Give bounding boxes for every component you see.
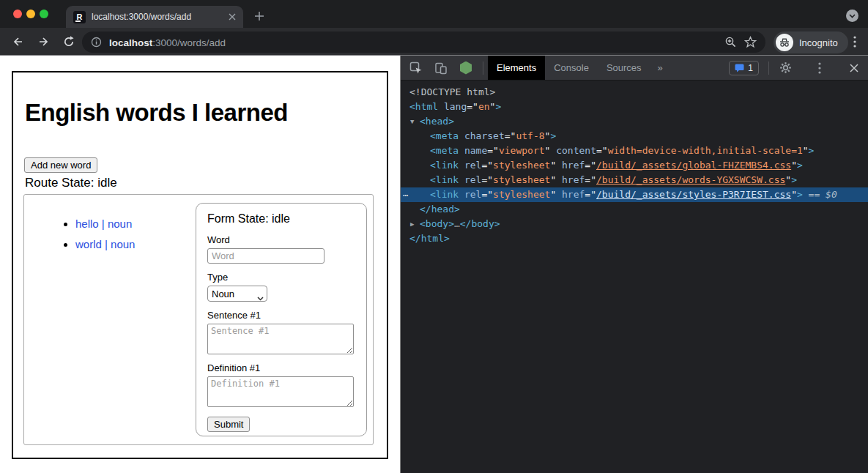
code-token: content [556,145,596,156]
maximize-window-button[interactable] [40,10,48,18]
type-select[interactable]: Noun [207,286,267,302]
url-bar[interactable]: localhost:3000/words/add [82,31,765,53]
word-link[interactable]: world | noun [75,238,135,250]
url-text: localhost:3000/words/add [109,36,226,49]
dom-tree-node[interactable]: <meta name="viewport" content="width=dev… [401,144,868,158]
definition-textarea[interactable] [207,376,354,407]
code-token: == $0 [809,189,837,200]
code-token: <meta [430,145,459,156]
devtools-toolbar: Elements Console Sources » 1 [401,56,868,81]
stylesheet-link[interactable]: /build/_assets/styles-P3R7IEST.css [596,189,791,200]
code-token: > [797,160,803,171]
code-token: " [791,189,797,200]
inspect-element-icon[interactable] [409,62,423,75]
app-container: English words I learned Add new word Rou… [12,71,388,459]
incognito-badge: Incognito [774,31,848,53]
page-content: English words I learned Add new word Rou… [0,56,400,473]
dom-tree-node[interactable]: <link rel="stylesheet" href="/build/_ass… [401,158,868,173]
code-token: =" [481,189,493,200]
word-input[interactable] [207,248,324,264]
code-token [803,189,809,200]
reload-icon[interactable] [62,34,76,49]
tab-close-icon[interactable] [229,13,236,21]
code-token: =" [585,174,596,185]
incognito-icon [776,34,793,51]
tab-console[interactable]: Console [545,56,598,80]
more-tabs-icon[interactable]: » [650,62,670,73]
dom-tree-node[interactable]: <html lang="en"> [401,100,868,114]
code-token [459,160,464,171]
code-token [438,101,444,112]
code-token: =" [481,160,493,171]
code-token [459,174,464,185]
dom-tree-node[interactable]: <!DOCTYPE html> [401,85,868,100]
code-token: lang [444,101,467,112]
code-token: =" [467,101,478,112]
code-token: name [464,145,487,156]
devtools-close-icon[interactable] [847,62,861,75]
code-token [556,174,562,185]
words-panel: hello | noun world | noun Form State: id… [23,194,374,445]
sentence-textarea[interactable] [207,324,354,354]
new-tab-button[interactable] [252,9,267,23]
code-token: ▼ [410,114,420,129]
form-state-text: Form State: idle [207,212,355,226]
site-info-icon[interactable] [91,37,102,48]
code-token: <link [430,189,459,200]
code-token: > [797,189,803,200]
code-token: > [791,174,797,185]
dom-tree-node[interactable]: <meta charset="utf-8"> [401,129,868,144]
tab-elements[interactable]: Elements [488,56,545,80]
zoom-icon[interactable] [724,36,737,48]
stylesheet-link[interactable]: /build/_assets/words-YGXSWCSW.css [596,174,785,185]
code-token: <html [409,101,438,112]
tab-search-chevron-icon[interactable] [846,10,858,22]
issues-bubble-icon [735,64,744,72]
add-new-word-button[interactable]: Add new word [24,157,97,173]
node-extension-icon[interactable] [459,62,472,75]
forward-icon[interactable] [37,34,51,49]
word-list: hello | noun world | noun [62,217,135,258]
code-token: </html> [409,233,450,244]
browser-tab[interactable]: R localhost:3000/words/add [66,6,243,28]
close-window-button[interactable] [13,10,22,18]
code-token: " [785,174,791,185]
bookmark-star-icon[interactable] [744,36,757,48]
code-token: stylesheet [493,174,550,185]
settings-gear-icon[interactable] [779,62,792,75]
selected-node-menu-icon[interactable]: … [403,186,409,201]
code-token: rel [464,189,481,200]
code-token: stylesheet [493,189,550,200]
devtools-panel: Elements Console Sources » 1 [400,56,868,473]
tab-sources[interactable]: Sources [598,56,650,80]
definition-label: Definition #1 [207,362,355,373]
word-label: Word [207,234,355,245]
stylesheet-link[interactable]: /build/_assets/global-FHZEMBS4.css [596,160,791,171]
tab-title: localhost:3000/words/add [92,12,229,22]
code-token: <!DOCTYPE html> [409,86,495,97]
devtools-menu-icon[interactable] [813,62,826,75]
code-token: " [803,145,809,156]
device-toolbar-icon[interactable] [434,62,448,75]
dom-tree-node[interactable]: <link rel="stylesheet" href="/build/_ass… [401,173,868,187]
browser-menu-icon[interactable] [847,34,862,49]
dom-tree: <!DOCTYPE html><html lang="en">▼<head><m… [401,81,868,246]
dom-tree-node[interactable]: ▶<body>…</body> [401,217,868,231]
word-link[interactable]: hello | noun [75,217,132,230]
code-token: width=device-width,initial-scale=1 [608,145,803,156]
page-title: English words I learned [25,99,288,127]
submit-button[interactable]: Submit [207,417,250,432]
issues-counter[interactable]: 1 [729,61,759,75]
dom-tree-node[interactable]: </html> [401,231,868,246]
back-icon[interactable] [10,34,25,49]
code-token: =" [487,145,499,156]
code-token: </head> [420,204,460,215]
code-token: href [562,189,585,200]
dom-tree-node[interactable]: ▼<head> [401,114,868,129]
dom-tree-node[interactable]: <link rel="stylesheet" href="/build/_ass… [401,187,868,202]
minimize-window-button[interactable] [26,10,35,18]
code-token [459,189,464,200]
code-token: > [809,145,815,156]
dom-tree-node[interactable]: </head> [401,202,868,217]
code-token: <head> [420,116,454,127]
